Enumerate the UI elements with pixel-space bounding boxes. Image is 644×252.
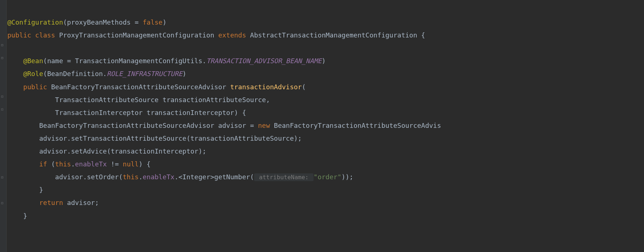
code-text: advisor.setOrder(: [55, 173, 123, 181]
keyword-extends: extends: [218, 31, 250, 39]
class-name: ProxyTransactionManagementConfiguration: [59, 31, 218, 39]
keyword-new: new: [258, 122, 274, 129]
paren: (: [302, 83, 306, 91]
return-type: BeanFactoryTransactionAttributeSourceAdv…: [51, 83, 230, 91]
paren: ): [163, 18, 167, 26]
fold-marker-icon[interactable]: ⊟: [1, 56, 5, 60]
code-text: (BeanDefinition.: [43, 70, 107, 78]
dot: .: [71, 160, 75, 168]
paren: (: [51, 160, 55, 168]
field-ref: enableTx: [75, 160, 107, 168]
code-line: TransactionAttributeSource transactionAt…: [7, 96, 270, 104]
brace: }: [23, 212, 27, 220]
paren: ));: [341, 173, 354, 181]
code-line: advisor.setTransactionAttributeSource(tr…: [7, 134, 302, 142]
fold-marker-icon[interactable]: ⊡: [1, 95, 5, 98]
method-name: transactionAdvisor: [230, 83, 302, 91]
code-line: BeanFactoryTransactionAttributeSourceAdv…: [7, 122, 441, 129]
keyword-null: null: [123, 160, 138, 168]
field-ref: enableTx: [142, 173, 174, 181]
keyword-false: false: [142, 18, 162, 26]
paren: ): [322, 57, 326, 65]
static-field: ROLE_INFRASTRUCTURE: [107, 70, 182, 78]
fold-marker-icon[interactable]: ⊟: [1, 176, 5, 179]
keyword-if: if: [39, 160, 51, 168]
code-line: if (this.enableTx != null) {: [7, 160, 151, 168]
code-text: advisor.setTransactionAttributeSource(tr…: [39, 134, 302, 142]
super-class: AbstractTransactionManagementConfigurati…: [250, 31, 425, 39]
operator: !=: [107, 160, 123, 168]
code-editor-content[interactable]: @Configuration(proxyBeanMethods = false)…: [7, 3, 441, 222]
annotation: @Configuration: [7, 18, 63, 26]
code-line: }: [7, 212, 27, 220]
code-text: advisor.setAdvice(transactionInterceptor…: [39, 147, 206, 155]
keyword-this: this: [55, 160, 71, 168]
keyword-this: this: [123, 173, 138, 181]
code-line: TransactionInterceptor transactionInterc…: [7, 109, 246, 116]
keyword-public: public: [23, 83, 51, 91]
fold-marker-icon[interactable]: ⊟: [1, 43, 5, 47]
code-line: }: [7, 186, 43, 194]
code-line: advisor.setOrder(this.enableTx.<Integer>…: [7, 173, 353, 181]
paren: (: [63, 18, 67, 26]
fold-marker-icon[interactable]: ⊡: [1, 108, 5, 111]
code-text: BeanFactoryTransactionAttributeSourceAdv…: [39, 122, 258, 129]
annotation: @Bean: [23, 57, 43, 65]
keyword-return: return: [39, 199, 67, 206]
code-line: @Role(BeanDefinition.ROLE_INFRASTRUCTURE…: [7, 70, 187, 78]
keyword-public-class: public class: [7, 31, 59, 39]
code-text: BeanFactoryTransactionAttributeSourceAdv…: [274, 122, 441, 129]
paren: ): [182, 70, 187, 78]
code-text: (name = TransactionManagementConfigUtils…: [43, 57, 206, 65]
dot: .: [139, 173, 143, 181]
annotation: @Role: [23, 70, 43, 78]
editor-gutter: ⊟ ⊟ ⊡ ⊡ ⊟ ⊡: [0, 0, 7, 252]
static-field: TRANSACTION_ADVISOR_BEAN_NAME: [206, 57, 322, 65]
param-decl: TransactionAttributeSource transactionAt…: [55, 96, 270, 104]
fold-marker-icon[interactable]: ⊡: [1, 201, 5, 205]
code-text: .<Integer>getNumber(: [174, 173, 254, 181]
code-line: public class ProxyTransactionManagementC…: [7, 31, 425, 39]
code-line: return advisor;: [7, 199, 99, 206]
code-line: advisor.setAdvice(transactionInterceptor…: [7, 147, 206, 155]
code-text: advisor;: [67, 199, 99, 206]
parameter-hint: attributeName:: [254, 173, 314, 181]
code-line: @Bean(name = TransactionManagementConfig…: [7, 57, 326, 65]
code-line: public BeanFactoryTransactionAttributeSo…: [7, 83, 306, 91]
param: proxyBeanMethods =: [67, 18, 143, 26]
brace: }: [39, 186, 43, 194]
brace: ) {: [139, 160, 151, 168]
param-decl: TransactionInterceptor transactionInterc…: [55, 109, 246, 116]
string-literal: "order": [314, 173, 341, 181]
code-line: @Configuration(proxyBeanMethods = false): [7, 18, 167, 26]
